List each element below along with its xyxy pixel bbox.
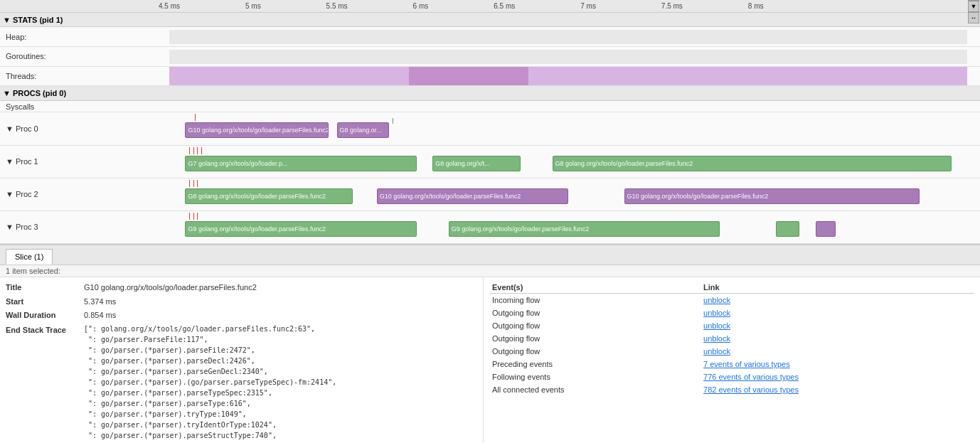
tick-3: 6 ms (413, 2, 429, 10)
stats-section-header: ▼ STATS (pid 1) (0, 13, 980, 27)
proc-3-slice-3[interactable] (816, 221, 836, 237)
heap-bar (169, 30, 967, 44)
event-link[interactable]: unblock (701, 294, 974, 307)
proc-1-slice-0[interactable]: G7 golang.org/x/tools/go/loader.p... (185, 156, 416, 171)
event-label: Outgoing flow (489, 319, 701, 332)
procs-title: ▼ PROCS (pid 0) (3, 89, 66, 97)
proc-0-slice-1[interactable]: G8 golang.or... (337, 122, 389, 138)
goroutines-content (169, 47, 967, 66)
procs-section-header: ▼ PROCS (pid 0) (0, 86, 980, 100)
event-link[interactable]: unblock (701, 332, 974, 345)
tick-mark (197, 147, 198, 154)
tick-2: 5.5 ms (326, 2, 348, 10)
proc-2-row: ▼ Proc 2 G8 golang.org/x/tools/go/loader… (0, 178, 980, 211)
event-label: Preceding events (489, 358, 701, 370)
scroll-fit-button[interactable]: ↔ (968, 12, 979, 23)
proc-2-slice-2[interactable]: G10 golang.org/x/tools/go/loader.parseFi… (624, 188, 920, 204)
table-row: Incoming flow unblock (489, 294, 974, 307)
arrow-line (393, 118, 393, 124)
selected-info-bar: 1 item selected: (0, 265, 980, 277)
table-row: Outgoing flow unblock (489, 345, 974, 358)
scrollbar-controls: ▲ ▼ ↔ (967, 0, 980, 25)
events-col1-header: Event(s) (489, 282, 701, 294)
tick-4: 6.5 ms (494, 2, 515, 10)
tick-7: 8 ms (748, 2, 764, 10)
slice-tab[interactable]: Slice (1) (6, 249, 53, 265)
proc-1-content[interactable]: G7 golang.org/x/tools/go/loader.p... G8 … (169, 146, 967, 178)
events-col2-header: Link (701, 282, 974, 294)
proc-3-slice-2[interactable] (776, 221, 800, 237)
proc-2-content[interactable]: G8 golang.org/x/tools/go/loader.parseFil… (169, 178, 967, 210)
syscalls-content (169, 101, 967, 112)
tick-mark (193, 213, 194, 220)
event-label: All connected events (489, 383, 701, 396)
tick-mark (201, 147, 202, 154)
detail-duration-row: Wall Duration 0.854 ms (6, 309, 477, 322)
threads-content (169, 67, 967, 86)
selected-count-label: 1 item selected: (6, 267, 60, 275)
event-link[interactable]: 776 events of various types (701, 370, 974, 383)
threads-row: Threads: (0, 67, 980, 87)
top-panel: 4.5 ms 5 ms 5.5 ms 6 ms 6.5 ms 7 ms 7.5 … (0, 0, 980, 245)
proc-3-content[interactable]: G9 golang.org/x/tools/go/loader.parseFil… (169, 211, 967, 243)
syscalls-label: Syscalls (0, 102, 169, 111)
detail-start-row: Start 5.374 ms (6, 296, 477, 309)
proc-0-content[interactable]: G10 golang.org/x/tools/go/loader.parseFi… (169, 112, 967, 144)
detail-stack-row: End Stack Trace [": golang.org/x/tools/g… (6, 324, 477, 443)
table-row: Outgoing flow unblock (489, 306, 974, 319)
table-row: Outgoing flow unblock (489, 319, 974, 332)
event-label: Outgoing flow (489, 332, 701, 345)
proc-1-label: ▼ Proc 1 (0, 157, 169, 166)
tick-5: 7 ms (580, 2, 596, 10)
details-left: Title G10 golang.org/x/tools/go/loader.p… (0, 277, 484, 443)
syscalls-row: Syscalls (0, 101, 980, 113)
detail-stack-label: End Stack Trace (6, 324, 84, 337)
proc-2-slice-1[interactable]: G10 golang.org/x/tools/go/loader.parseFi… (377, 188, 568, 204)
goroutines-row: Goroutines: (0, 47, 980, 67)
goroutines-bar (169, 50, 967, 64)
proc-2-slice-0[interactable]: G8 golang.org/x/tools/go/loader.parseFil… (185, 188, 353, 204)
proc-2-label: ▼ Proc 2 (0, 190, 169, 198)
scroll-down-button[interactable]: ▼ (968, 1, 979, 12)
detail-title-row: Title G10 golang.org/x/tools/go/loader.p… (6, 282, 477, 294)
detail-stack-value: [": golang.org/x/tools/go/loader.parseFi… (84, 324, 477, 443)
tick-mark (189, 147, 190, 154)
bottom-tabs: Slice (1) (0, 245, 980, 265)
heap-content (169, 27, 967, 46)
proc-0-row: ▼ Proc 0 G10 golang.org/x/tools/go/loade… (0, 112, 980, 145)
proc-1-slice-1[interactable]: G8 golang.org/x/t... (432, 156, 520, 171)
tick-mark (197, 180, 198, 187)
events-table: Event(s) Link Incoming flow unblock Outg… (489, 282, 974, 396)
event-link[interactable]: 782 events of various types (701, 383, 974, 396)
event-label: Outgoing flow (489, 306, 701, 319)
event-label: Incoming flow (489, 294, 701, 307)
tick-mark (193, 180, 194, 187)
event-link[interactable]: unblock (701, 345, 974, 358)
proc-3-label: ▼ Proc 3 (0, 223, 169, 231)
tick-mark (189, 213, 190, 220)
detail-title-label: Title (6, 282, 84, 294)
tick-0: 4.5 ms (159, 2, 180, 10)
proc-0-slice-0[interactable]: G10 golang.org/x/tools/go/loader.parseFi… (185, 122, 329, 138)
details-right: Event(s) Link Incoming flow unblock Outg… (484, 277, 980, 443)
tick-mark (189, 180, 190, 187)
bottom-panel: Slice (1) 1 item selected: Title G10 gol… (0, 245, 980, 443)
event-link[interactable]: 7 events of various types (701, 358, 974, 370)
event-label: Following events (489, 370, 701, 383)
tick-mark (193, 147, 194, 154)
tick-mark (197, 213, 198, 220)
event-link[interactable]: unblock (701, 306, 974, 319)
event-label: Outgoing flow (489, 345, 701, 358)
detail-duration-label: Wall Duration (6, 309, 84, 322)
detail-title-value: G10 golang.org/x/tools/go/loader.parseFi… (84, 282, 477, 294)
event-link[interactable]: unblock (701, 319, 974, 332)
proc-0-label: ▼ Proc 0 (0, 124, 169, 133)
tick-6: 7.5 ms (661, 2, 683, 10)
tick-1: 5 ms (245, 2, 261, 10)
proc-3-slice-0[interactable]: G9 golang.org/x/tools/go/loader.parseFil… (185, 221, 416, 237)
proc-3-slice-1[interactable]: G9 golang.org/x/tools/go/loader.parseFil… (449, 221, 720, 237)
table-row: Following events 776 events of various t… (489, 370, 974, 383)
proc-1-slice-2[interactable]: G8 golang.org/x/tools/go/loader.parseFil… (553, 156, 952, 171)
proc-1-row: ▼ Proc 1 G7 golang.org/x/tools/go/loader… (0, 146, 980, 178)
table-row: Preceding events 7 events of various typ… (489, 358, 974, 370)
